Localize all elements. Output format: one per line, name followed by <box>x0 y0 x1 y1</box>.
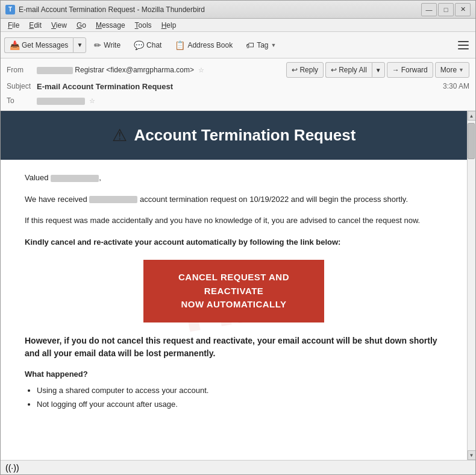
scrollbar-track: ▲ ▼ <box>467 111 475 460</box>
forward-icon: → <box>392 66 399 74</box>
scrollbar-thumb[interactable] <box>468 123 475 159</box>
bullet-item-1: Using a shared computer to access your a… <box>37 385 443 397</box>
reply-button[interactable]: ↩ Reply <box>286 62 324 78</box>
menu-message[interactable]: Message <box>91 20 130 31</box>
get-messages-split: 📥 Get Messages ▼ <box>4 37 86 53</box>
email-content: ⚠ Account Termination Request HIF Valued… <box>1 111 467 425</box>
para4: However, if you do not cancel this reque… <box>25 335 443 360</box>
reply-all-button[interactable]: ↩ Reply All <box>325 62 372 78</box>
from-star-icon[interactable]: ☆ <box>198 66 204 74</box>
bullet-item-2: Not logging off your account after usage… <box>37 398 443 411</box>
from-email: Registrar <fidex@amrgpharma.com> <box>75 66 194 74</box>
from-blurred-name <box>37 67 73 74</box>
more-button[interactable]: More ▼ <box>435 62 469 78</box>
tag-dropdown-arrow: ▼ <box>271 42 277 48</box>
hamburger-line-3 <box>458 48 469 49</box>
menu-tools[interactable]: Tools <box>130 20 157 31</box>
status-bar: ((·)) <box>1 460 475 474</box>
forward-button[interactable]: → Forward <box>387 62 433 78</box>
scrollbar-up-button[interactable]: ▲ <box>468 111 476 121</box>
get-messages-icon: 📥 <box>10 40 20 50</box>
menu-go[interactable]: Go <box>72 20 91 31</box>
menu-view[interactable]: View <box>46 20 72 31</box>
from-value: Registrar <fidex@amrgpharma.com> ☆ <box>37 66 286 74</box>
cancel-reactivate-button[interactable]: CANCEL REQUEST AND REACTIVATE NOW AUTOMA… <box>143 260 324 322</box>
banner-title: Account Termination Request <box>134 126 356 145</box>
maximize-button[interactable]: □ <box>438 3 454 16</box>
para1-blurred <box>89 196 137 203</box>
to-value: ☆ <box>37 96 469 105</box>
para2: If this request was made accidentally an… <box>25 215 443 227</box>
address-book-icon: 📋 <box>175 40 185 50</box>
tag-icon: 🏷 <box>246 40 254 50</box>
get-messages-button[interactable]: 📥 Get Messages <box>4 37 73 53</box>
to-blurred-value <box>37 98 85 105</box>
write-icon: ✏ <box>94 40 101 50</box>
subject-row: Subject E-mail Account Termination Reque… <box>7 79 469 93</box>
chat-icon: 💬 <box>134 40 144 50</box>
timestamp: 3:30 AM <box>443 82 469 90</box>
email-body-scroll[interactable]: ⚠ Account Termination Request HIF Valued… <box>1 111 467 460</box>
email-body-container: ⚠ Account Termination Request HIF Valued… <box>1 111 475 460</box>
subject-value: E-mail Account Termination Request <box>37 82 438 91</box>
greeting-para: Valued , <box>25 172 443 184</box>
email-body-text: HIF Valued , We have received account te… <box>1 160 467 425</box>
cancel-btn-container: CANCEL REQUEST AND REACTIVATE NOW AUTOMA… <box>25 260 443 322</box>
window-title: E-mail Account Termination Request - Moz… <box>19 5 421 14</box>
menu-help[interactable]: Help <box>157 20 181 31</box>
reply-all-split: ↩ Reply All ▼ <box>325 62 385 78</box>
email-header: From Registrar <fidex@amrgpharma.com> ☆ … <box>1 58 475 111</box>
close-button[interactable]: ✕ <box>455 3 471 16</box>
app-icon: T <box>5 5 15 14</box>
hamburger-line-1 <box>458 41 469 42</box>
hamburger-menu-button[interactable] <box>455 37 472 54</box>
header-actions: ↩ Reply ↩ Reply All ▼ → Forward More ▼ <box>286 62 469 78</box>
to-row: To ☆ <box>7 93 469 108</box>
email-banner: ⚠ Account Termination Request <box>1 111 467 160</box>
reply-all-dropdown[interactable]: ▼ <box>372 62 385 78</box>
reply-all-icon: ↩ <box>331 66 337 74</box>
more-dropdown-arrow: ▼ <box>459 67 464 73</box>
greeting-name-blurred <box>51 175 99 182</box>
menu-file[interactable]: File <box>3 20 24 31</box>
from-row: From Registrar <fidex@amrgpharma.com> ☆ … <box>7 61 469 79</box>
menu-edit[interactable]: Edit <box>24 20 46 31</box>
what-happened-label: What happened? <box>25 370 443 379</box>
toolbar: 📥 Get Messages ▼ ✏ Write 💬 Chat 📋 Addres… <box>1 32 475 58</box>
title-bar: T E-mail Account Termination Request - M… <box>1 1 475 19</box>
from-label: From <box>7 66 37 74</box>
status-icon: ((·)) <box>5 463 19 473</box>
write-button[interactable]: ✏ Write <box>89 35 126 55</box>
window-controls: — □ ✕ <box>421 3 471 16</box>
minimize-button[interactable]: — <box>421 3 437 16</box>
reply-icon: ↩ <box>292 66 298 74</box>
to-label: To <box>7 96 37 105</box>
get-messages-dropdown[interactable]: ▼ <box>73 37 86 53</box>
para3: Kindly cancel and re-activate your accou… <box>25 236 443 248</box>
hamburger-line-2 <box>458 45 469 46</box>
address-book-button[interactable]: 📋 Address Book <box>169 35 238 55</box>
scrollbar-down-button[interactable]: ▼ <box>468 450 476 460</box>
to-star-icon[interactable]: ☆ <box>89 97 95 104</box>
subject-label: Subject <box>7 82 37 90</box>
para1: We have received account termination req… <box>25 193 443 206</box>
main-window: T E-mail Account Termination Request - M… <box>0 0 476 475</box>
bullet-list: Using a shared computer to access your a… <box>25 385 443 411</box>
tag-button[interactable]: 🏷 Tag ▼ <box>240 35 281 55</box>
chat-button[interactable]: 💬 Chat <box>128 35 167 55</box>
menu-bar: File Edit View Go Message Tools Help <box>1 19 475 32</box>
scrollbar-thumb-area <box>468 121 475 450</box>
warning-icon: ⚠ <box>112 125 127 145</box>
